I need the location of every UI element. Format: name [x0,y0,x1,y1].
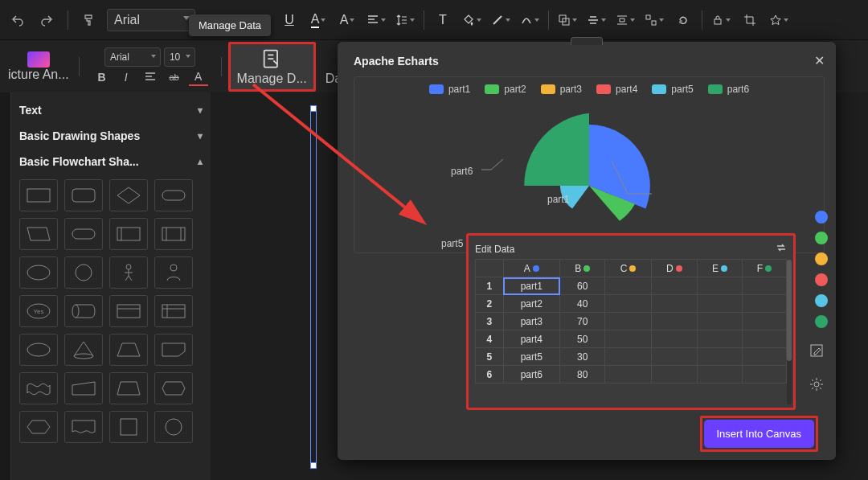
table-scrollbar[interactable] [787,260,792,404]
shape-circle2[interactable] [154,411,193,443]
format-painter-icon[interactable] [78,9,100,31]
cell[interactable]: part3 [503,313,560,330]
shape-card[interactable] [109,295,148,327]
rotate-button[interactable] [669,8,697,32]
svg-point-21 [170,265,177,271]
undo-icon[interactable] [6,9,29,31]
ribbon-align-button[interactable] [141,68,160,86]
close-icon[interactable]: ✕ [814,53,825,68]
cell[interactable]: 30 [560,348,605,366]
chevron-down-icon: ▾ [198,105,203,116]
shape-table[interactable] [154,295,193,327]
theme-dot[interactable] [815,232,828,244]
ribbon-bold-button[interactable]: B [92,68,112,86]
section-text[interactable]: Text ▾ [19,97,203,123]
cell[interactable]: 50 [560,330,605,348]
popup-drag-handle[interactable] [571,37,603,45]
shape-cone[interactable] [64,334,103,366]
manage-data-tooltip: Manage Data [189,14,271,36]
shape-grid: Yes [19,174,203,448]
chevron-down-icon [186,55,190,58]
svg-marker-9 [117,187,140,203]
shape-manual[interactable] [64,372,103,404]
ribbon-font-select[interactable]: Arial [104,47,161,67]
shape-circle[interactable] [64,256,103,289]
shape-actor[interactable] [109,256,148,289]
shape-rect[interactable] [19,179,58,211]
distribute-button[interactable] [612,8,639,32]
shape-display[interactable] [154,372,193,404]
font-family-select[interactable]: Arial [107,9,195,31]
lock-button[interactable] [707,8,735,32]
theme-dot[interactable] [815,315,828,328]
cell[interactable]: part1 [503,277,560,295]
section-basic-drawing[interactable]: Basic Drawing Shapes ▾ [19,123,203,149]
shape-yes[interactable]: Yes [19,295,58,327]
shape-ellipse[interactable] [19,256,58,289]
group-button[interactable] [641,8,668,32]
cell[interactable]: 70 [560,313,605,330]
underline-button[interactable]: U [276,8,303,32]
shape-doc[interactable] [64,411,103,443]
table-row: 2part240 [476,295,787,313]
ribbon-italic-button[interactable]: I [117,68,136,86]
edit-icon[interactable] [805,339,828,362]
shape-parallelogram[interactable] [19,218,58,250]
theme-dot[interactable] [815,252,828,265]
divider [702,10,702,30]
shape-hex[interactable] [19,411,58,443]
shape-capsule[interactable] [64,218,103,250]
data-table[interactable]: A B C D E F 1part160 2part240 3part370 4… [475,259,787,384]
ribbon-color-button[interactable]: A [189,68,208,86]
selection-handle[interactable] [310,105,317,112]
section-basic-flowchart[interactable]: Basic Flowchart Sha... ▴ [19,149,203,174]
font-color-button[interactable]: A [305,8,332,32]
redo-icon[interactable] [35,9,58,31]
shape-cylinder-h[interactable] [64,295,103,327]
transpose-icon[interactable] [776,242,787,256]
ribbon-strike-button[interactable]: ab [165,68,184,86]
arrange-button[interactable] [554,8,581,32]
shape-square[interactable] [109,411,148,443]
selection-handle[interactable] [310,462,317,469]
svg-point-19 [76,265,92,281]
stroke-button[interactable] [487,8,514,32]
shape-trap2[interactable] [109,372,148,404]
shape-subprocess-lr[interactable] [154,218,193,250]
chevron-up-icon: ▴ [198,156,203,167]
shape-person[interactable] [154,256,193,289]
cell[interactable]: 60 [560,277,605,295]
theme-dot[interactable] [815,294,828,307]
insert-into-canvas-button[interactable]: Insert Into Canvas [704,420,815,448]
cell[interactable]: 40 [560,295,605,313]
shape-offpage[interactable] [154,334,193,366]
shape-subprocess-l[interactable] [109,218,148,250]
shape-diamond[interactable] [109,179,148,211]
theme-dot[interactable] [815,273,828,286]
picture-annotation-label: icture An... [8,68,69,82]
shape-blob[interactable] [19,334,58,366]
fill-button[interactable] [458,8,485,32]
cell[interactable]: part2 [503,295,560,313]
align-objects-button[interactable] [583,8,610,32]
connector-button[interactable] [516,8,543,32]
shape-stadium[interactable] [154,179,193,211]
cell[interactable]: 80 [560,366,605,384]
ribbon-size-select[interactable]: 10 [164,47,195,67]
line-spacing-button[interactable] [391,8,419,32]
shape-roundrect[interactable] [64,179,103,211]
gear-icon[interactable] [805,373,828,396]
theme-dot[interactable] [815,211,828,224]
shape-trapezoid[interactable] [109,334,148,366]
crop-button[interactable] [736,8,764,32]
cell[interactable]: part4 [503,330,560,348]
cell[interactable]: part5 [503,348,560,366]
manage-data-button[interactable]: Manage D... [228,42,316,92]
align-button[interactable] [362,8,390,32]
shape-tape[interactable] [19,372,58,404]
text-tool-button[interactable]: T [429,8,457,32]
highlight-button[interactable]: A [334,8,361,32]
favorite-button[interactable] [765,8,792,32]
cell[interactable]: part6 [503,366,560,384]
picture-annotation-group[interactable]: icture An... [5,48,72,85]
